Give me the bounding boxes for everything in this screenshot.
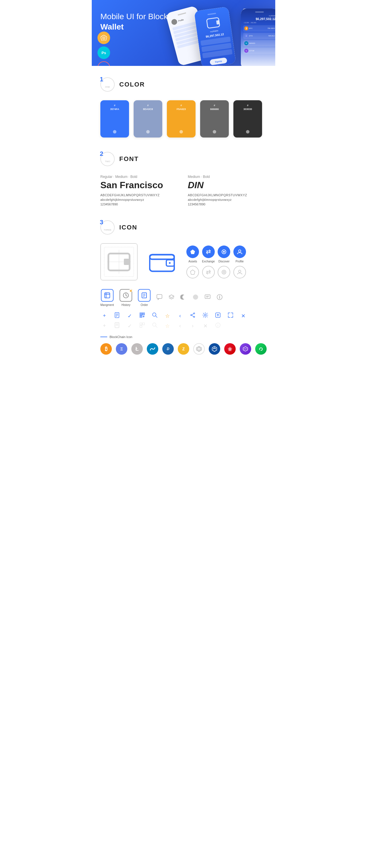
back-icon: ‹ <box>176 313 184 319</box>
message-icon <box>204 294 211 302</box>
main-content: 1 ONE COLOR #3574FA #8DA0C8 #F5A623 #666… <box>92 66 275 380</box>
waves-icon <box>147 343 158 355</box>
qr-ghost-icon <box>138 322 146 330</box>
sketch-badge <box>97 32 110 44</box>
font-grid: Regular · Medium · Bold San Francisco AB… <box>101 175 266 206</box>
screens-badge: 60+ Screens <box>97 61 110 66</box>
check-icon: ✓ <box>125 313 134 319</box>
nav-icon-profile-outline <box>233 266 246 278</box>
exchange-outline-circle <box>202 266 215 278</box>
info-ghost-icon <box>214 322 222 330</box>
nav-icon-exchange-outline <box>202 266 215 278</box>
wallet-svg <box>149 251 175 273</box>
section-number-2: 2 TWO <box>101 152 115 166</box>
sia-icon <box>255 343 266 355</box>
svg-rect-40 <box>143 316 143 316</box>
svg-point-50 <box>204 314 206 316</box>
ethereum-icon: Ξ <box>116 343 127 355</box>
nav-icon-discover: Discover <box>218 246 230 263</box>
svg-point-9 <box>238 250 241 252</box>
assets-icon-circle <box>186 246 199 258</box>
search-ghost-icon <box>151 322 159 330</box>
nav-icon-group: Assets Exchange Discover <box>186 246 246 278</box>
phone-mockup-right: myWallet $6,297,502.12 ↑ 12-298 ↓ 502,30… <box>241 9 275 66</box>
nav-icon-profile: Profile <box>233 246 246 263</box>
history-icon-box <box>119 289 132 302</box>
close-ghost-icon: ✕ <box>201 323 209 329</box>
nav-icon-exchange: Exchange <box>202 246 215 263</box>
svg-point-23 <box>193 294 198 300</box>
info-icon <box>217 294 223 302</box>
svg-line-48 <box>192 314 194 315</box>
svg-point-45 <box>194 313 195 314</box>
svg-rect-24 <box>205 295 210 299</box>
svg-point-12 <box>223 271 225 273</box>
svg-rect-22 <box>157 294 162 299</box>
svg-rect-58 <box>140 326 142 328</box>
ghost-icons-row: + ✓ ☆ ‹ › ✕ <box>101 322 266 330</box>
hero-section: Mobile UI for Blockchain Wallet UI Kit P… <box>92 0 275 66</box>
icon-history: History <box>119 289 132 307</box>
small-icons-active: + ✓ ☆ ‹ ✕ <box>101 312 266 319</box>
swatch-gray: #666666 <box>200 100 229 137</box>
icon-section: Assets Exchange Discover <box>101 243 266 355</box>
svg-line-44 <box>156 316 157 317</box>
crypto-row: ₿ Ξ Ł D Z <box>101 343 266 355</box>
svg-marker-66 <box>212 346 217 351</box>
icon-title: ICON <box>119 224 137 231</box>
icon-blueprint-wallet <box>101 243 138 280</box>
plus-ghost-icon: + <box>101 323 108 329</box>
hero-badges: Ps 60+ Screens <box>97 32 110 66</box>
star-icon: ☆ <box>163 313 171 319</box>
svg-point-13 <box>238 270 241 273</box>
font-din: Medium · Bold DIN ABCDEFGHIJKLMNOPQRSTUV… <box>188 175 266 206</box>
font-title: FONT <box>119 155 139 163</box>
bitcoin-icon: ₿ <box>101 343 112 355</box>
svg-rect-38 <box>143 313 144 314</box>
upload-icon <box>214 312 222 319</box>
color-swatches: #3574FA #8DA0C8 #F5A623 #666666 #303030 <box>101 100 266 137</box>
star-ghost-icon: ☆ <box>163 323 171 329</box>
svg-rect-57 <box>142 323 144 325</box>
profile-icon-circle <box>233 246 246 258</box>
svg-rect-42 <box>143 316 144 317</box>
crescent-icon <box>180 294 187 302</box>
icon-order: Order <box>138 289 150 307</box>
svg-rect-37 <box>140 313 141 314</box>
wallet-icon-blue <box>143 243 181 280</box>
svg-marker-1 <box>102 36 106 40</box>
discover-icon-circle <box>218 246 230 258</box>
plus-icon: + <box>101 313 108 319</box>
nav-icon-assets-outline <box>186 266 199 278</box>
ark-icon <box>224 343 236 355</box>
section-number-1: 1 ONE <box>101 78 115 92</box>
grid-icon <box>193 343 205 355</box>
resize-icon <box>227 312 234 319</box>
icon-section-header: 3 THREE ICON <box>101 220 266 235</box>
share-icon <box>189 312 197 319</box>
font-san-francisco: Regular · Medium · Bold San Francisco AB… <box>101 175 179 206</box>
svg-point-8 <box>223 251 225 253</box>
svg-point-28 <box>219 296 220 296</box>
svg-rect-3 <box>150 255 174 259</box>
settings-icon <box>201 312 209 319</box>
check-ghost-icon: ✓ <box>125 323 134 329</box>
icon-grid-main: Assets Exchange Discover <box>101 243 266 280</box>
svg-point-43 <box>152 313 156 316</box>
hero-phones: Profile myWallet $6,297,502.12 <box>158 0 275 66</box>
layers-icon <box>168 294 175 302</box>
management-icon-box <box>101 289 114 302</box>
wallet-icon-outline <box>108 253 131 271</box>
svg-point-59 <box>152 323 156 326</box>
svg-marker-6 <box>190 249 195 254</box>
svg-point-46 <box>191 314 192 316</box>
nav-icon-discover-outline <box>218 266 230 278</box>
profile-outline-circle <box>233 266 246 278</box>
matic-icon <box>240 343 251 355</box>
ps-badge: Ps <box>97 46 110 59</box>
swatch-blue: #3574FA <box>101 100 129 137</box>
circle-icon <box>192 294 199 302</box>
chat-icon <box>156 294 163 302</box>
lisk-icon <box>209 343 220 355</box>
svg-point-47 <box>194 316 195 317</box>
